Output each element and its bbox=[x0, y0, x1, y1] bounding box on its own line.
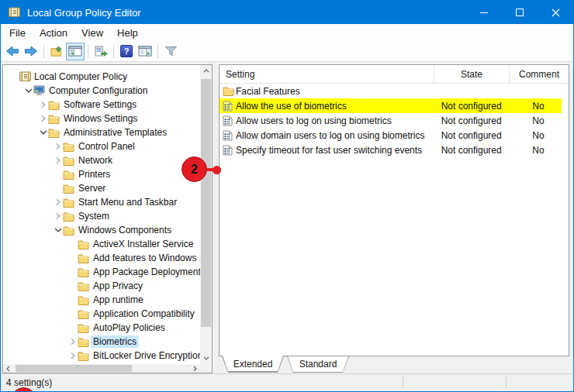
tree-rows: Local Computer PolicyComputer Configurat… bbox=[3, 65, 200, 364]
chevron-right-icon[interactable] bbox=[67, 338, 78, 346]
filter-icon[interactable] bbox=[161, 43, 180, 60]
minimize-button[interactable] bbox=[466, 1, 502, 24]
menu-help[interactable]: Help bbox=[110, 26, 145, 40]
list-row-allow-users-to-log-on-using-biometrics[interactable]: Allow users to log on using biometricsNo… bbox=[220, 113, 569, 128]
tab-standard[interactable]: Standard bbox=[287, 356, 349, 373]
tree-horizontal-scrollbar[interactable] bbox=[3, 364, 200, 373]
client-area: Local Computer PolicyComputer Configurat… bbox=[1, 63, 574, 375]
tree-vertical-scrollbar[interactable] bbox=[200, 65, 212, 364]
tree-item-network[interactable]: Network bbox=[3, 153, 200, 167]
action-pane-icon[interactable] bbox=[136, 43, 154, 60]
list-row-allow-the-use-of-biometrics[interactable]: Allow the use of biometricsNot configure… bbox=[220, 98, 569, 113]
column-header-state[interactable]: State bbox=[434, 65, 510, 83]
tree-item-administrative-templates[interactable]: Administrative Templates bbox=[3, 126, 200, 139]
chevron-right-icon[interactable] bbox=[38, 115, 48, 122]
tree-item-label: BitLocker Drive Encryption bbox=[91, 349, 200, 362]
back-icon[interactable] bbox=[3, 43, 22, 60]
toolbar: ? bbox=[1, 41, 573, 62]
local-group-policy-editor-window: Local Group Policy Editor FileActionView… bbox=[0, 0, 574, 392]
menu-action[interactable]: Action bbox=[33, 26, 74, 40]
tree-item-system[interactable]: System bbox=[3, 209, 200, 223]
setting-cell: Facial Features bbox=[220, 86, 434, 97]
close-button[interactable] bbox=[538, 1, 573, 24]
help-icon[interactable]: ? bbox=[117, 43, 136, 60]
up-folder-icon[interactable] bbox=[47, 43, 66, 60]
list-header: SettingStateComment bbox=[220, 65, 569, 84]
maximize-button[interactable] bbox=[502, 1, 538, 24]
chevron-down-icon[interactable] bbox=[23, 88, 33, 93]
chevron-right-icon[interactable] bbox=[53, 198, 63, 206]
tree-item-control-panel[interactable]: Control Panel bbox=[3, 139, 200, 153]
folder-icon bbox=[78, 295, 91, 305]
list-row-allow-domain-users-to-log-on-using-biometrics[interactable]: Allow domain users to log on using biome… bbox=[220, 128, 569, 143]
scrollbar-corner bbox=[200, 364, 212, 373]
statusbar-divider bbox=[403, 377, 403, 388]
tree-item-label: System bbox=[76, 210, 112, 222]
folder-icon bbox=[63, 211, 76, 222]
tree-item-server[interactable]: Server bbox=[3, 181, 200, 195]
tree-item-software-settings[interactable]: Software Settings bbox=[3, 98, 200, 112]
tree-item-label: Start Menu and Taskbar bbox=[76, 196, 179, 208]
tree-item-label: Add features to Windows 10 bbox=[91, 252, 200, 264]
tree-item-add-features-to-windows-10[interactable]: Add features to Windows 10 bbox=[3, 251, 200, 265]
tree-item-computer-configuration[interactable]: Computer Configuration bbox=[3, 84, 200, 98]
state-cell: Not configured bbox=[434, 101, 509, 112]
tree-item-activex-installer-service[interactable]: ActiveX Installer Service bbox=[3, 237, 200, 251]
export-list-icon[interactable] bbox=[92, 43, 110, 60]
vertical-scroll-thumb[interactable] bbox=[201, 79, 211, 327]
statusbar: 4 setting(s) bbox=[2, 373, 572, 390]
tree-item-app-runtime[interactable]: App runtime bbox=[3, 293, 200, 307]
chevron-down-icon[interactable] bbox=[38, 130, 48, 135]
policy-setting-icon bbox=[223, 115, 236, 126]
toolbar-separator bbox=[157, 45, 158, 58]
list-row-specify-timeout-for-fast-user-switching-events[interactable]: Specify timeout for fast user switching … bbox=[220, 143, 569, 157]
folder-icon bbox=[78, 253, 91, 263]
chevron-down-icon[interactable] bbox=[53, 228, 63, 232]
chevron-right-icon[interactable] bbox=[67, 352, 78, 359]
menu-view[interactable]: View bbox=[74, 26, 110, 40]
list-body: Facial FeaturesAllow the use of biometri… bbox=[220, 84, 569, 157]
forward-icon[interactable] bbox=[22, 43, 40, 60]
chevron-right-icon[interactable] bbox=[53, 212, 63, 220]
policy-setting-icon bbox=[223, 101, 236, 112]
tree-item-windows-components[interactable]: Windows Components bbox=[3, 223, 200, 237]
chevron-right-icon[interactable] bbox=[53, 156, 63, 164]
tree-item-label: Application Compatibility bbox=[91, 308, 197, 320]
chevron-right-icon[interactable] bbox=[38, 101, 48, 108]
folder-icon bbox=[78, 239, 91, 249]
setting-cell: Specify timeout for fast user switching … bbox=[220, 145, 434, 156]
horizontal-scroll-thumb[interactable] bbox=[16, 365, 132, 372]
statusbar-divider bbox=[506, 377, 507, 388]
column-header-setting[interactable]: Setting bbox=[220, 65, 434, 83]
tree-item-bitlocker-drive-encryption[interactable]: BitLocker Drive Encryption bbox=[3, 349, 200, 363]
tree-item-application-compatibility[interactable]: Application Compatibility bbox=[3, 307, 200, 321]
tree-item-autoplay-policies[interactable]: AutoPlay Policies bbox=[3, 321, 200, 335]
menu-file[interactable]: File bbox=[2, 26, 33, 40]
tree-item-windows-settings[interactable]: Windows Settings bbox=[3, 112, 200, 126]
tree-item-app-package-deployment[interactable]: App Package Deployment bbox=[3, 265, 200, 279]
folder-icon bbox=[78, 351, 91, 361]
tree-item-label: ActiveX Installer Service bbox=[91, 238, 195, 250]
tree-item-label: Administrative Templates bbox=[61, 126, 169, 139]
scroll-down-arrow[interactable] bbox=[200, 352, 212, 364]
chevron-right-icon[interactable] bbox=[53, 143, 63, 150]
folder-icon bbox=[78, 267, 91, 277]
tree-item-start-menu-and-taskbar[interactable]: Start Menu and Taskbar bbox=[3, 195, 200, 209]
tree-item-biometrics[interactable]: Biometrics bbox=[3, 335, 200, 349]
tree-item-local-computer-policy[interactable]: Local Computer Policy bbox=[3, 70, 200, 84]
svg-text:?: ? bbox=[124, 46, 130, 56]
folder-icon bbox=[223, 86, 236, 96]
tab-extended[interactable]: Extended bbox=[222, 356, 284, 373]
list-row-facial-features[interactable]: Facial Features bbox=[220, 84, 569, 98]
view-tabs: ExtendedStandard bbox=[222, 356, 352, 373]
folder-icon bbox=[48, 128, 61, 138]
console-tree-icon[interactable] bbox=[66, 43, 85, 60]
scroll-left-arrow[interactable] bbox=[3, 364, 13, 373]
scroll-right-arrow[interactable] bbox=[190, 364, 200, 373]
tab-label: Standard bbox=[287, 358, 349, 370]
column-header-comment[interactable]: Comment bbox=[510, 65, 569, 83]
tree-item-printers[interactable]: Printers bbox=[3, 167, 200, 181]
tree-item-label: Printers bbox=[76, 168, 112, 181]
scroll-up-arrow[interactable] bbox=[200, 65, 212, 77]
tree-item-app-privacy[interactable]: App Privacy bbox=[3, 279, 200, 293]
